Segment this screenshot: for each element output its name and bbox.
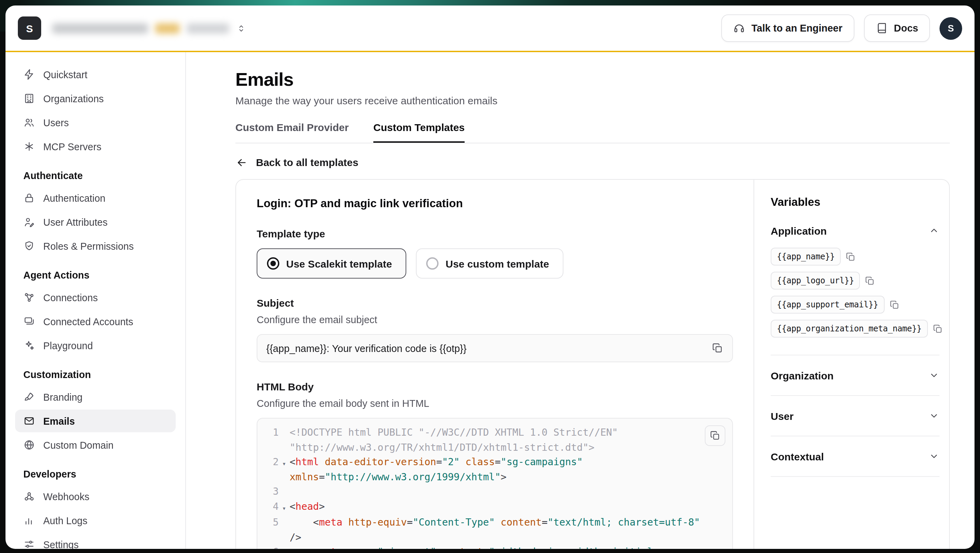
back-link-label: Back to all templates xyxy=(256,156,358,170)
variable-chip-row: {{app_logo_url}} xyxy=(771,272,940,289)
sidebar-item-users[interactable]: Users xyxy=(15,111,176,134)
code-line-2: 2▾<html data-editor-version="2" class="s… xyxy=(257,455,732,485)
variables-group-toggle-user[interactable]: User xyxy=(771,396,940,436)
subject-input[interactable] xyxy=(266,343,705,354)
radio-unselected-icon xyxy=(426,257,439,270)
back-link[interactable]: Back to all templates xyxy=(235,156,950,170)
sidebar-item-label: Roles & Permissions xyxy=(43,240,134,251)
chevron-up-icon xyxy=(929,225,940,236)
variables-group-toggle-organization[interactable]: Organization xyxy=(771,355,940,395)
settings-icon xyxy=(23,539,35,549)
code-line-1: 1<!DOCTYPE html PUBLIC "-//W3C//DTD XHTM… xyxy=(257,425,732,455)
sidebar-item-mcp-servers[interactable]: MCP Servers xyxy=(15,135,176,158)
sidebar-item-label: MCP Servers xyxy=(43,141,102,152)
branding-icon xyxy=(23,391,35,403)
sidebar: QuickstartOrganizationsUsersMCP ServersA… xyxy=(5,52,186,549)
sidebar-item-label: Organizations xyxy=(43,93,103,104)
zap-icon xyxy=(23,68,35,80)
variable-chip[interactable]: {{app_organization_meta_name}} xyxy=(771,320,928,338)
copy-variable-button[interactable] xyxy=(846,251,856,262)
sidebar-item-label: Users xyxy=(43,117,69,128)
copy-code-button[interactable] xyxy=(705,425,725,446)
sidebar-section-customization: Customization xyxy=(15,368,176,381)
workspace-logo[interactable]: S xyxy=(18,16,41,40)
sidebar-item-settings[interactable]: Settings xyxy=(15,533,176,549)
sidebar-item-label: Emails xyxy=(43,415,75,426)
redacted-org-name xyxy=(52,23,148,33)
variable-chips: {{app_name}}{{app_logo_url}}{{app_suppor… xyxy=(771,248,940,355)
user-avatar[interactable]: S xyxy=(940,17,962,40)
sidebar-item-label: Custom Domain xyxy=(43,439,114,450)
template-form: Login: OTP and magic link verification T… xyxy=(236,180,754,549)
app-window: S Talk to an Engineer Docs S xyxy=(5,5,975,549)
variables-group-toggle-application[interactable]: Application xyxy=(771,213,940,248)
variables-group-toggle-contextual[interactable]: Contextual xyxy=(771,436,940,476)
docs-label: Docs xyxy=(894,23,918,33)
copy-variable-button[interactable] xyxy=(889,299,899,310)
copy-variable-button[interactable] xyxy=(933,324,943,334)
tab-custom-email-provider[interactable]: Custom Email Provider xyxy=(235,121,348,143)
app-stage: S Talk to an Engineer Docs S xyxy=(0,0,980,553)
variable-chip[interactable]: {{app_support_email}} xyxy=(771,296,884,313)
chevron-down-icon xyxy=(929,451,940,462)
sidebar-item-organizations[interactable]: Organizations xyxy=(15,87,176,110)
gutter: 6 xyxy=(257,545,290,549)
variables-group-organization: Organization xyxy=(771,355,940,396)
code-text: <html data-editor-version="2" class="sg-… xyxy=(290,455,732,485)
docs-button[interactable]: Docs xyxy=(864,14,930,42)
html-body-editor[interactable]: 1<!DOCTYPE html PUBLIC "-//W3C//DTD XHTM… xyxy=(257,418,733,549)
roles-icon xyxy=(23,240,35,252)
html-body-label: HTML Body xyxy=(257,380,733,393)
connections-icon xyxy=(23,292,35,303)
copy-subject-button[interactable] xyxy=(712,342,723,354)
option-use-custom-template[interactable]: Use custom template xyxy=(416,248,564,278)
sidebar-item-user-attributes[interactable]: User Attributes xyxy=(15,211,176,233)
tab-custom-templates[interactable]: Custom Templates xyxy=(373,121,465,143)
code-text: <meta http-equiv="Content-Type" content=… xyxy=(290,515,732,545)
fold-toggle-icon[interactable]: ▾ xyxy=(278,499,290,515)
code-line-5: 5 <meta http-equiv="Content-Type" conten… xyxy=(257,515,732,545)
redacted-env-name xyxy=(187,23,229,33)
gutter: 2▾ xyxy=(257,455,290,485)
sidebar-item-connections[interactable]: Connections xyxy=(15,286,176,309)
sidebar-item-emails[interactable]: Emails xyxy=(15,410,176,432)
sidebar-section-agent-actions: Agent Actions xyxy=(15,268,176,282)
layout: QuickstartOrganizationsUsersMCP ServersA… xyxy=(5,52,975,549)
html-body-help: Configure the email body sent in HTML xyxy=(257,397,733,410)
option-use-scalekit-template[interactable]: Use Scalekit template xyxy=(257,248,407,278)
line-number: 5 xyxy=(262,515,278,545)
variable-chip[interactable]: {{app_name}} xyxy=(771,248,841,265)
redacted-env-badge xyxy=(155,23,180,33)
subject-label: Subject xyxy=(257,296,733,310)
sidebar-item-playground[interactable]: Playground xyxy=(15,334,176,357)
copy-variable-button[interactable] xyxy=(865,275,875,286)
sidebar-item-label: Playground xyxy=(43,340,93,351)
copy-icon xyxy=(865,275,875,286)
variable-chip[interactable]: {{app_logo_url}} xyxy=(771,272,860,289)
sidebar-item-label: Settings xyxy=(43,539,79,549)
sidebar-item-quickstart[interactable]: Quickstart xyxy=(15,63,176,86)
sidebar-section-developers: Developers xyxy=(15,467,176,481)
sidebar-item-webhooks[interactable]: Webhooks xyxy=(15,485,176,508)
headphones-icon xyxy=(733,22,745,34)
org-switcher[interactable] xyxy=(52,23,247,33)
sidebar-item-auth-logs[interactable]: Auth Logs xyxy=(15,509,176,532)
radio-selected-icon xyxy=(267,257,279,270)
sidebar-item-branding[interactable]: Branding xyxy=(15,386,176,408)
copy-icon xyxy=(889,299,899,310)
talk-to-engineer-button[interactable]: Talk to an Engineer xyxy=(721,14,854,42)
building-icon xyxy=(23,93,35,104)
sidebar-item-label: User Attributes xyxy=(43,216,108,227)
sidebar-item-connected-accounts[interactable]: Connected Accounts xyxy=(15,310,176,333)
sidebar-item-label: Branding xyxy=(43,391,82,402)
org-switcher-chevrons xyxy=(236,23,247,33)
sidebar-item-authentication[interactable]: Authentication xyxy=(15,187,176,209)
line-number: 4 xyxy=(262,499,278,515)
sidebar-item-roles-permissions[interactable]: Roles & Permissions xyxy=(15,235,176,257)
arrow-left-icon xyxy=(235,156,248,169)
fold-toggle-icon[interactable]: ▾ xyxy=(278,455,290,485)
gutter: 5 xyxy=(257,515,290,545)
logs-icon xyxy=(23,515,35,526)
option-label: Use Scalekit template xyxy=(286,257,392,269)
sidebar-item-custom-domain[interactable]: Custom Domain xyxy=(15,434,176,456)
